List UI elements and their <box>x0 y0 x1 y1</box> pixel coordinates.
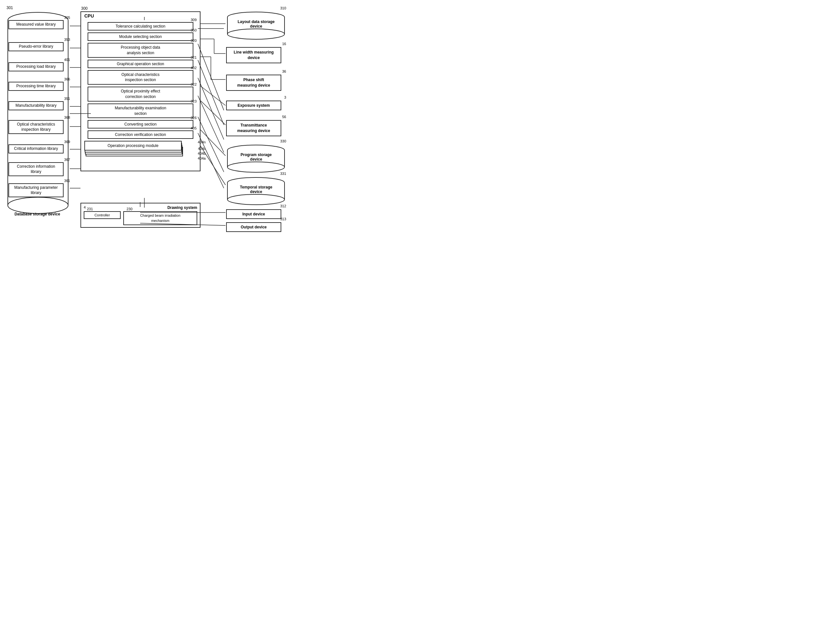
output-ref: 313 <box>280 217 286 221</box>
line-width-device: 16 Line width measuringdevice <box>226 47 286 63</box>
db-label: Database storage device <box>6 212 68 216</box>
ref-404a: 404a <box>198 156 206 160</box>
program-storage-device: 330 Program storagedevice <box>226 144 286 175</box>
optical-insp-section: Optical characteristicsinspection sectio… <box>87 70 193 85</box>
cpu-box: CPU 300 309 Tolerance calculating sectio… <box>80 11 201 171</box>
lib-ref-366: 366 <box>64 77 70 81</box>
temporal-ref: 331 <box>280 172 286 176</box>
svg-point-19 <box>227 29 285 39</box>
processing-obj-section: Processing object dataanalysis section <box>87 43 193 58</box>
lib-ref-351: 351 <box>64 97 70 101</box>
lib-processing-load: 401 Processing load library <box>8 62 64 71</box>
transmittance-ref: 56 <box>282 115 286 119</box>
ref-320: 320 <box>191 38 196 43</box>
lib-optical-char: 368 Optical characteristicsinspection li… <box>8 120 64 134</box>
ref-323: 323 <box>191 99 196 103</box>
lib-ref-368: 368 <box>64 115 70 120</box>
ref-309: 309 <box>191 18 196 22</box>
exposure-ref: 3 <box>284 95 286 99</box>
ref-402: 402 <box>191 66 196 70</box>
ref-405: 405 <box>191 126 196 130</box>
ref-321: 321 <box>191 55 196 59</box>
lib-ref-369: 369 <box>64 140 70 144</box>
lib-pseudo-error: 353 Pseudo-error library <box>8 42 64 51</box>
program-ref: 330 <box>280 139 286 143</box>
optical-prox-section: Optical proximity effectcorrection secti… <box>87 87 193 101</box>
ref-404b: 404b <box>198 152 206 155</box>
beam-ref: 230 <box>127 207 132 211</box>
cpu-title: CPU <box>81 12 200 20</box>
lib-critical-info: 369 Critical information library <box>8 144 64 153</box>
drawing-system: 4 Drawing system 231 Controller 230 Char… <box>80 203 201 228</box>
output-device: 313 Output device <box>226 222 286 232</box>
ref-404c: 404c <box>198 147 206 150</box>
ref-322: 322 <box>191 83 196 86</box>
lib-measured-value: 305 Measured value library <box>8 20 64 29</box>
svg-line-2 <box>198 44 224 110</box>
diagram: 301 Database storage device 305 Measured… <box>0 0 292 234</box>
correction-verif-section: Correction verification section <box>87 130 193 139</box>
svg-point-24 <box>227 162 285 172</box>
svg-line-4 <box>198 78 224 140</box>
ref-326: 326 <box>191 116 196 120</box>
ref-404n: 404n <box>198 140 206 144</box>
input-device: 312 Input device <box>226 209 286 219</box>
controller-ref: 231 <box>87 207 93 211</box>
svg-point-14 <box>8 197 68 213</box>
lib-processing-time: 366 Processing time library <box>8 82 64 91</box>
controller-box: Controller <box>84 211 121 219</box>
exposure-device: 3 Exposure system <box>226 101 286 110</box>
graphical-op-section: Graphical operation section <box>87 60 193 68</box>
drawing-ref: 4 <box>84 205 86 209</box>
layout-data-device: 310 Layout data storagedevice <box>226 11 286 41</box>
lib-ref-361: 361 <box>64 179 70 182</box>
tolerance-section: Tolerance calculating section <box>87 22 193 31</box>
svg-line-3 <box>198 60 224 125</box>
lib-manufacturability: 351 Manufacturability library <box>8 101 64 110</box>
db-ref: 301 <box>6 6 13 10</box>
input-ref: 312 <box>280 204 286 208</box>
svg-point-29 <box>227 194 285 205</box>
manufact-exam-section: Manufacturability examinationsection <box>87 103 193 118</box>
svg-line-46 <box>201 86 225 106</box>
lib-ref-401: 401 <box>64 58 70 61</box>
temporal-storage-device: 331 Temporal storagedevice <box>226 177 286 207</box>
drawing-label: Drawing system <box>167 205 197 210</box>
lib-correction-info: 367 Correction informationlibrary <box>8 162 64 176</box>
module-select-section: Module selecting section <box>87 32 193 41</box>
lib-ref-353: 353 <box>64 38 70 41</box>
svg-line-47 <box>201 101 225 125</box>
transmittance-device: 56 Transmittancemeasuring device <box>226 120 286 136</box>
lib-ref-367: 367 <box>64 158 70 162</box>
operation-module: Operation processing module <box>84 141 182 150</box>
phase-shift-ref: 36 <box>282 69 286 73</box>
layout-ref: 310 <box>280 6 286 10</box>
converting-section: Converting section <box>87 120 193 129</box>
lib-ref-305: 305 <box>64 15 70 20</box>
line-width-ref: 16 <box>282 42 286 46</box>
cpu-ref: 300 <box>81 6 87 11</box>
beam-box: Charged beam irradiationmechanism <box>123 211 197 225</box>
lib-manufacturing-param: 361 Manufacturing parameterlibrary <box>8 183 64 197</box>
phase-shift-device: 36 Phase shiftmeasuring device <box>226 75 286 91</box>
ref-350: 350 <box>191 28 196 32</box>
svg-line-6 <box>198 117 224 172</box>
